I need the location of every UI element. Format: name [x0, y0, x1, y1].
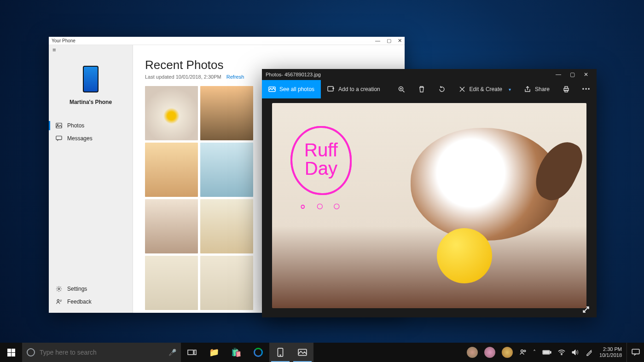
photo-thumbnail[interactable]	[145, 256, 198, 310]
search-input[interactable]	[40, 349, 164, 356]
cortana-icon	[27, 348, 35, 356]
photos-title: Photos- 4567890123.jpg	[266, 72, 321, 77]
photo-thumbnail[interactable]	[145, 143, 198, 197]
svg-rect-12	[194, 350, 196, 355]
svg-rect-6	[328, 86, 333, 91]
rotate-button[interactable]	[432, 80, 452, 98]
nav-photos-label: Photos	[67, 122, 84, 129]
nav-messages-label: Messages	[67, 135, 93, 142]
photo-thumbnail[interactable]	[200, 256, 253, 310]
photos-taskbar-button[interactable]	[291, 343, 313, 362]
task-view-button[interactable]	[181, 343, 203, 362]
print-icon	[563, 86, 570, 93]
add-to-creation-button[interactable]: Add to a creation	[321, 80, 387, 98]
ink-text-line2: Day	[305, 158, 337, 178]
minimize-button[interactable]: —	[551, 71, 565, 78]
windows-icon	[7, 349, 15, 356]
photo-thumbnail[interactable]	[200, 199, 253, 253]
nav-feedback[interactable]: Feedback	[49, 295, 133, 308]
svg-point-21	[561, 354, 562, 355]
maximize-button[interactable]: ▢	[565, 71, 579, 78]
feedback-icon	[55, 298, 63, 305]
taskbar-clock[interactable]: 2:30 PM 10/1/2018	[599, 346, 622, 358]
wifi-icon[interactable]	[558, 350, 565, 355]
tray-chevron-icon[interactable]: ˄	[533, 349, 536, 356]
hamburger-icon[interactable]: ≡	[49, 45, 133, 55]
your-phone-titlebar[interactable]: Your Phone — ▢ ✕	[49, 37, 405, 45]
photo-thumbnail[interactable]	[200, 86, 253, 140]
nav-settings[interactable]: Settings	[49, 282, 133, 295]
taskbar-search[interactable]: 🎤	[22, 343, 181, 362]
action-center-button[interactable]	[627, 343, 644, 362]
trash-icon	[418, 86, 425, 93]
edge-icon	[254, 348, 263, 357]
nav-photos[interactable]: Photos	[49, 119, 133, 132]
svg-rect-11	[188, 350, 193, 355]
see-all-photos-button[interactable]: See all photos	[262, 80, 321, 98]
svg-point-4	[57, 299, 59, 301]
people-icon[interactable]	[519, 349, 527, 356]
edit-create-button[interactable]: Edit & Create ▾	[452, 80, 517, 98]
close-button[interactable]: ✕	[398, 38, 402, 44]
photo-thumbnail[interactable]	[145, 86, 198, 140]
nav-settings-label: Settings	[67, 286, 87, 292]
share-label: Share	[535, 86, 550, 92]
fullscreen-button[interactable]	[582, 305, 590, 314]
phone-icon	[83, 66, 99, 92]
photo-content	[437, 228, 492, 283]
system-tray: ˄ 2:30 PM 10/1/2018	[462, 343, 627, 362]
battery-icon[interactable]	[542, 350, 551, 355]
people-avatar[interactable]	[467, 347, 478, 358]
see-all-photos-label: See all photos	[279, 86, 314, 92]
close-button[interactable]: ✕	[579, 71, 593, 78]
phone-icon	[277, 348, 284, 357]
your-phone-sidebar: ≡ Martina's Phone Photos Messages	[49, 45, 133, 313]
svg-point-1	[57, 124, 58, 125]
gear-icon	[55, 285, 63, 293]
volume-icon[interactable]	[572, 349, 579, 356]
people-avatar[interactable]	[502, 347, 513, 358]
ink-workspace-icon[interactable]	[586, 349, 593, 356]
photos-titlebar[interactable]: Photos- 4567890123.jpg — ▢ ✕	[262, 69, 597, 80]
svg-rect-9	[565, 86, 568, 88]
store-button[interactable]: 🛍️	[225, 343, 247, 362]
minimize-button[interactable]: —	[375, 38, 380, 44]
maximize-button[interactable]: ▢	[387, 38, 391, 44]
your-phone-taskbar-button[interactable]	[269, 343, 291, 362]
print-button[interactable]	[556, 80, 576, 98]
photos-window: Photos- 4567890123.jpg — ▢ ✕ See all pho…	[262, 69, 597, 317]
ink-tail: ∘ ○ ○	[299, 199, 343, 213]
more-button[interactable]: •••	[576, 80, 597, 98]
photo-thumbnail[interactable]	[200, 143, 253, 197]
nav-messages[interactable]: Messages	[49, 132, 133, 145]
zoom-button[interactable]	[391, 80, 412, 98]
rotate-icon	[438, 86, 446, 93]
svg-point-3	[58, 288, 60, 290]
expand-icon	[582, 305, 590, 314]
file-explorer-button[interactable]: 📁	[203, 343, 225, 362]
device-summary: Martina's Phone	[49, 55, 133, 111]
start-button[interactable]	[0, 343, 22, 362]
add-creation-icon	[327, 86, 335, 93]
taskbar: 🎤 📁 🛍️ ˄	[0, 343, 644, 362]
edge-button[interactable]	[247, 343, 269, 362]
store-icon: 🛍️	[231, 347, 241, 357]
messages-icon	[55, 135, 63, 142]
your-phone-title: Your Phone	[52, 38, 75, 43]
people-avatar[interactable]	[484, 347, 495, 358]
svg-point-17	[524, 350, 526, 352]
refresh-link[interactable]: Refresh	[226, 74, 244, 80]
svg-rect-2	[56, 136, 62, 140]
ink-text-line1: Ruff	[304, 140, 338, 160]
microphone-icon[interactable]: 🎤	[168, 349, 176, 356]
share-button[interactable]: Share	[517, 80, 556, 98]
photo-thumbnail[interactable]	[145, 199, 198, 253]
svg-point-16	[521, 350, 523, 352]
device-name: Martina's Phone	[70, 99, 112, 105]
ink-annotation: Ruff Day ∘ ○ ○	[290, 126, 352, 213]
notification-icon	[632, 349, 640, 356]
svg-point-14	[280, 355, 281, 356]
photo-canvas[interactable]: Ruff Day ∘ ○ ○	[272, 103, 586, 308]
delete-button[interactable]	[412, 80, 432, 98]
svg-rect-19	[550, 351, 551, 353]
